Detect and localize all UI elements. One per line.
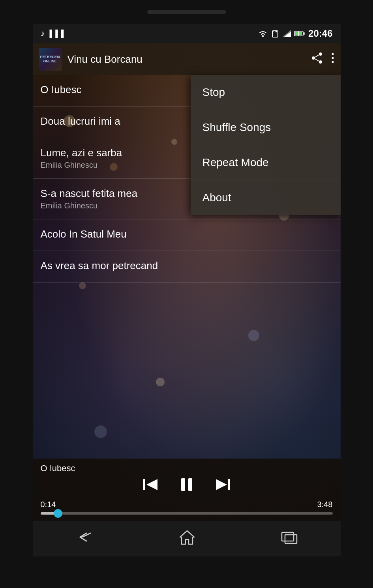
menu-item-shuffle[interactable]: Shuffle Songs: [191, 110, 341, 145]
current-time: 0:14: [41, 500, 56, 509]
speaker-grill: [147, 10, 226, 14]
wifi-icon: [258, 30, 268, 37]
svg-rect-19: [143, 479, 145, 490]
svg-point-0: [262, 36, 264, 37]
album-art: PETRECEM ONLINE: [39, 48, 62, 71]
song-item-5[interactable]: As vrea sa mor petrecand: [33, 251, 341, 283]
share-button[interactable]: [311, 52, 323, 67]
menu-item-stop[interactable]: Stop: [191, 75, 341, 110]
player-controls: [41, 476, 333, 497]
signal-icon: [282, 30, 291, 37]
toolbar-title: Vinu cu Borcanu: [67, 53, 305, 66]
home-button[interactable]: [178, 529, 196, 549]
svg-rect-25: [282, 532, 294, 541]
toolbar-icons: [311, 52, 335, 67]
sd-icon: [271, 29, 279, 38]
bottom-nav: [33, 521, 341, 556]
recents-button[interactable]: [280, 530, 298, 548]
progress-bar[interactable]: [41, 512, 333, 515]
svg-point-12: [312, 56, 315, 60]
svg-rect-22: [188, 478, 192, 491]
pause-button[interactable]: [178, 476, 195, 497]
phone-bottom: [0, 556, 373, 588]
next-button[interactable]: [215, 478, 231, 495]
album-art-text: PETRECEM ONLINE: [39, 55, 62, 64]
svg-line-14: [315, 55, 319, 57]
svg-rect-21: [181, 478, 185, 491]
back-button[interactable]: [75, 530, 94, 548]
svg-line-15: [315, 59, 319, 61]
status-time: 20:46: [308, 28, 332, 39]
phone-top: [0, 0, 373, 24]
svg-rect-26: [285, 535, 297, 543]
svg-marker-24: [216, 479, 227, 490]
svg-rect-8: [303, 32, 305, 35]
song-title-5: As vrea sa mor petrecand: [41, 260, 333, 272]
now-playing-title: O Iubesc: [41, 463, 333, 474]
svg-point-17: [332, 57, 334, 59]
time-row: 0:14 3:48: [41, 500, 333, 509]
battery-icon: [294, 30, 305, 37]
more-options-button[interactable]: [331, 52, 335, 67]
progress-thumb[interactable]: [54, 509, 62, 518]
status-right: 20:46: [258, 28, 332, 39]
dropdown-menu: Stop Shuffle Songs Repeat Mode About: [191, 75, 341, 215]
svg-point-16: [332, 53, 334, 55]
svg-rect-23: [228, 479, 230, 490]
prev-button[interactable]: [142, 478, 158, 495]
svg-point-11: [319, 52, 322, 56]
now-playing-bar: O Iubesc: [33, 459, 341, 521]
total-time: 3:48: [317, 500, 333, 509]
phone-shell: ♪ ▌▌▌: [0, 0, 373, 588]
song-item-4[interactable]: Acolo In Satul Meu: [33, 219, 341, 251]
svg-point-18: [332, 61, 334, 63]
status-left: ♪ ▌▌▌: [41, 28, 67, 39]
svg-point-13: [319, 60, 322, 64]
song-title-4: Acolo In Satul Meu: [41, 228, 333, 240]
bars-icon: ▌▌▌: [50, 30, 67, 38]
menu-item-repeat[interactable]: Repeat Mode: [191, 145, 341, 180]
status-bar: ♪ ▌▌▌: [33, 24, 341, 43]
app-screen: PETRECEM ONLINE Vinu cu Borcanu: [33, 43, 341, 521]
toolbar: PETRECEM ONLINE Vinu cu Borcanu: [33, 43, 341, 75]
menu-item-about[interactable]: About: [191, 180, 341, 215]
svg-marker-20: [146, 479, 157, 490]
music-note-icon: ♪: [41, 28, 45, 39]
